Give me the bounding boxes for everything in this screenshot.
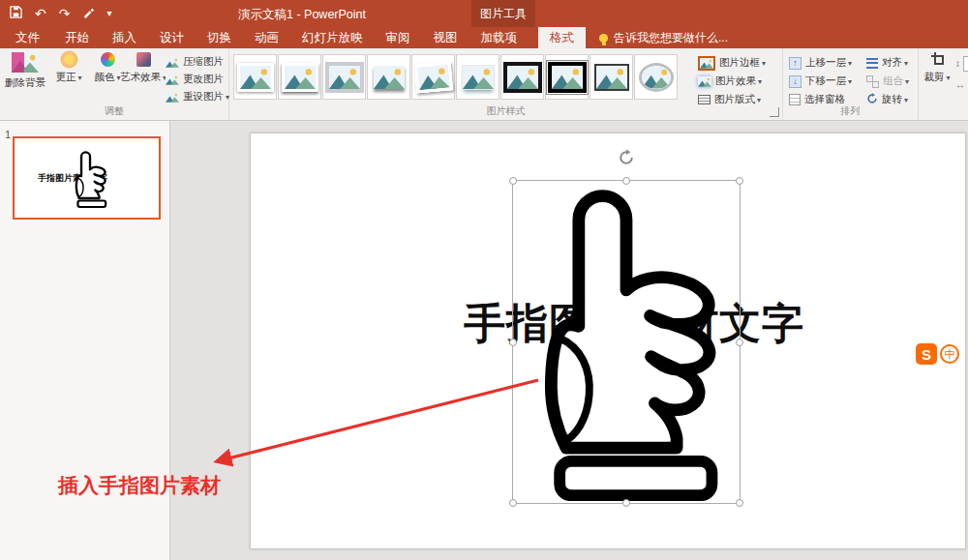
artistic-effects-icon [136,52,151,67]
resize-handle-w[interactable] [509,339,517,346]
group-button[interactable]: 组合 [866,74,909,89]
remove-background-button[interactable]: 删除背景 [3,52,47,90]
titlebar: ↶ ↷ ▾ 演示文稿1 - PowerPoint 图片工具 [0,0,968,27]
picture-styles-group-label: 图片样式 [229,104,782,118]
width-field[interactable]: ↔ [955,77,968,93]
hand-picture[interactable] [515,183,738,501]
resize-handle-ne[interactable] [736,177,743,185]
group-icon [866,75,879,88]
pen-icon[interactable] [82,5,94,22]
artistic-effects-button[interactable]: 艺术效果 [122,52,165,84]
tell-me-label: 告诉我您想要做什么... [614,30,728,46]
picture-style-thumbnail[interactable] [233,54,277,100]
redo-icon[interactable]: ↷ [59,7,71,20]
send-backward-icon: ↓ [789,75,802,88]
picture-style-thumbnail[interactable] [634,54,678,100]
send-backward-button[interactable]: ↓ 下移一层 [789,74,852,89]
quick-access-toolbar: ↶ ↷ ▾ [10,0,112,27]
height-field[interactable]: ↕ [955,56,968,72]
crop-button[interactable]: 裁剪 [921,52,953,84]
picture-border-button[interactable]: 图片边框 [698,55,766,71]
height-icon: ↕ [955,59,960,69]
width-icon: ↔ [955,80,965,90]
tell-me-box[interactable]: 告诉我您想要做什么... [590,27,738,48]
picture-style-thumbnail[interactable] [545,54,589,100]
tab-view[interactable]: 视图 [422,27,469,48]
picture-styles-buttons: 图片边框 图片效果 图片版式 [698,55,766,107]
picture-style-thumbnail[interactable] [590,54,633,100]
align-button[interactable]: 对齐 [866,55,909,71]
reset-picture-icon [166,92,179,103]
remove-background-icon [12,52,39,73]
sun-icon [62,52,76,67]
bring-forward-button[interactable]: ↑ 上移一层 [789,55,852,71]
tab-slideshow[interactable]: 幻灯片放映 [290,27,375,48]
picture-style-thumbnail[interactable] [500,54,544,100]
picture-tools-context-label: 图片工具 [471,0,535,27]
qat-dropdown-icon[interactable]: ▾ [106,9,111,18]
picture-styles-group: 图片边框 图片效果 图片版式 图片样式 [229,48,783,120]
size-group: 裁剪 ↕ ↔ [919,48,968,120]
picture-layout-icon [698,95,711,104]
color-palette-icon [101,52,115,67]
picture-effects-icon [698,76,711,87]
picture-style-thumbnail[interactable] [322,54,366,100]
picture-style-thumbnail[interactable] [367,54,410,100]
change-picture-button[interactable]: 更改图片 [166,72,229,87]
rotation-handle-icon[interactable] [618,149,635,166]
tab-home[interactable]: 开始 [53,27,101,48]
crop-icon [930,52,945,67]
watermark-char: 中 [940,344,959,364]
adjust-group-label: 调整 [0,104,228,118]
resize-handle-n[interactable] [622,177,630,185]
tab-insert[interactable]: 插入 [101,27,148,48]
tab-design[interactable]: 设计 [148,27,196,48]
save-icon[interactable] [10,5,22,22]
change-picture-icon [166,74,179,85]
slide[interactable]: 手指图片素材文字 [250,133,966,549]
adjust-small-buttons: 压缩图片 更改图片 重设图片 [166,54,229,104]
tab-transitions[interactable]: 切换 [196,27,243,48]
bulb-icon [599,34,608,43]
tab-review[interactable]: 审阅 [375,27,422,48]
arrange-group: ↑ 上移一层 ↓ 下移一层 选择窗格 对齐 组合 [783,48,919,120]
slide-thumbnail[interactable]: 手指图片素材文字 [13,136,161,220]
resize-handle-e[interactable] [736,339,743,346]
resize-handle-s[interactable] [622,499,630,507]
ribbon-tabs: 文件 开始 插入 设计 切换 动画 幻灯片放映 审阅 视图 加载项 格式 告诉我… [0,27,968,48]
tab-animations[interactable]: 动画 [243,27,290,48]
tab-addins[interactable]: 加载项 [469,27,529,48]
size-fields: ↕ ↔ [955,56,968,93]
resize-handle-nw[interactable] [509,177,517,185]
watermark-letter: S [916,343,937,365]
adjust-group: 删除背景 更正 颜色 艺术效果 压缩图片 更改图片 重设图片 [0,48,229,120]
tab-file[interactable]: 文件 [2,27,53,48]
resize-handle-se[interactable] [736,499,743,507]
picture-styles-gallery [233,54,678,100]
picture-selection[interactable] [512,180,741,504]
ribbon: 删除背景 更正 颜色 艺术效果 压缩图片 更改图片 重设图片 [0,48,968,121]
slide-canvas[interactable]: 手指图片素材文字 [170,121,968,560]
picture-style-thumbnail[interactable] [456,54,499,100]
picture-style-thumbnail[interactable] [411,54,455,100]
compress-pictures-button[interactable]: 压缩图片 [166,54,229,70]
compress-pictures-icon [166,57,179,68]
thumbnail-hand-image [70,148,110,210]
watermark-logo: S 中 [916,343,959,365]
align-icon [866,58,878,69]
bring-forward-icon: ↑ [789,57,802,70]
picture-style-thumbnail[interactable] [278,54,321,100]
slide-number: 1 [5,129,11,140]
resize-handle-sw[interactable] [509,499,517,507]
reset-picture-button[interactable]: 重设图片 [166,89,229,104]
undo-icon[interactable]: ↶ [35,7,46,20]
window-title: 演示文稿1 - PowerPoint [238,7,366,23]
annotation-label: 插入手指图片素材 [58,472,221,499]
picture-effects-button[interactable]: 图片效果 [698,74,766,89]
corrections-button[interactable]: 更正 [50,52,87,84]
picture-border-icon [698,56,715,71]
tab-format-active[interactable]: 格式 [538,27,586,48]
height-input[interactable] [963,56,968,72]
arrange-group-label: 排列 [783,104,918,118]
